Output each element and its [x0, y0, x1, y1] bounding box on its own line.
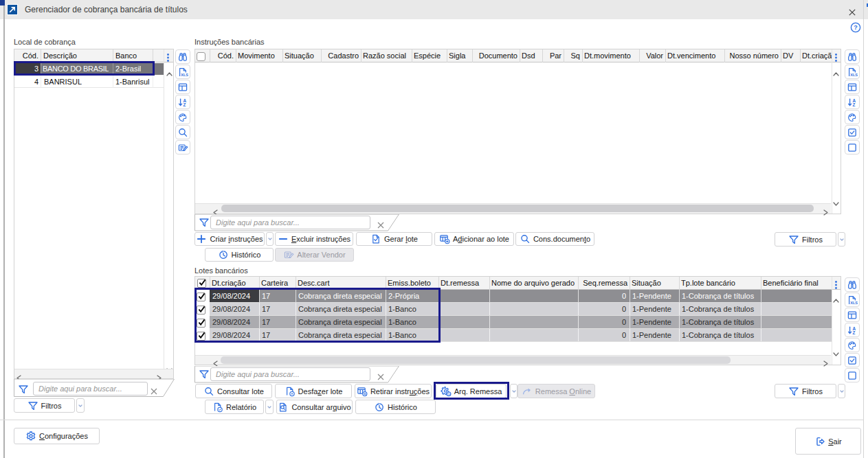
svg-text:Z: Z	[183, 102, 186, 107]
svg-text:?: ?	[854, 24, 858, 31]
svg-text:Z: Z	[852, 102, 855, 107]
svg-text:XLS: XLS	[850, 73, 858, 77]
svg-text:XLS: XLS	[850, 301, 858, 305]
svg-text:XLS: XLS	[181, 73, 188, 77]
svg-text:Z: Z	[852, 330, 855, 335]
